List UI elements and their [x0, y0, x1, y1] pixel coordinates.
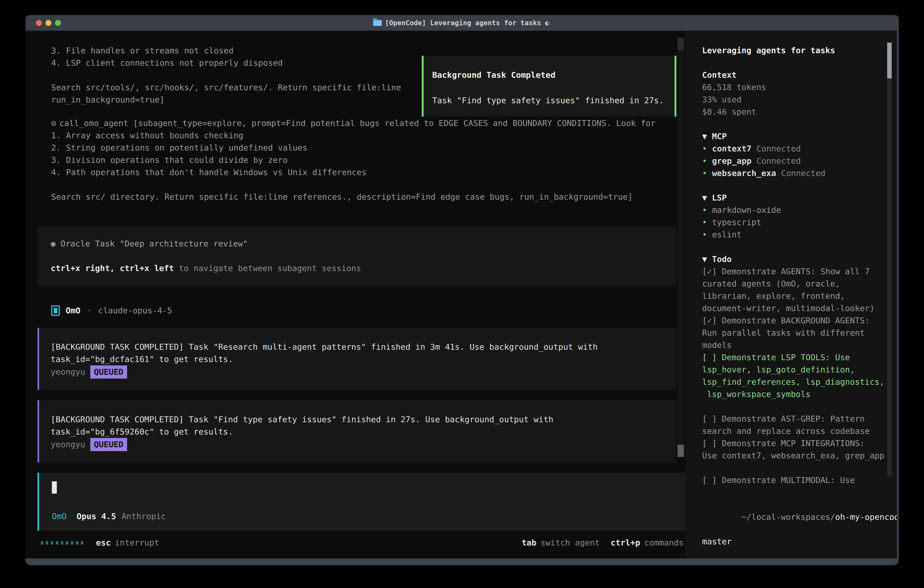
terminal-window: [OpenCode] Leveraging agents for tasks ◐…: [25, 15, 899, 565]
status-bar: esc interrupt tab switch agent ctrl+p co…: [41, 537, 684, 549]
oracle-task-heading: ◉ Oracle Task "Deep architecture review": [51, 238, 676, 250]
traffic-lights: [36, 20, 61, 26]
lsp-section-heading[interactable]: ▼ LSP: [702, 192, 897, 204]
fisheye-icon: ◉: [51, 239, 56, 248]
mcp-item: •context7Connected: [702, 142, 897, 155]
todo-line: [ ] Demonstrate AST-GREP: Pattern: [702, 413, 897, 425]
todo-line: [✓] Demonstrate AGENTS: Show all 7: [702, 265, 897, 277]
task-meta-row: yeongyu QUEUED: [51, 365, 667, 378]
status-dot-icon: •: [702, 142, 707, 155]
status-badge: QUEUED: [90, 438, 127, 451]
context-heading: Context: [702, 69, 897, 81]
sidebar-scrollbar[interactable]: [887, 43, 892, 476]
task-message-line: [BACKGROUND TASK COMPLETED] Task "Resear…: [51, 341, 667, 353]
tool-call-tail: Search src/ directory. Return specific f…: [51, 191, 685, 203]
ctrlp-key-hint: ctrl+p: [611, 537, 640, 549]
todo-line-active: lsp_hover, lsp_goto_definition,: [702, 363, 897, 376]
close-button[interactable]: [36, 20, 42, 26]
task-message-line: task_id="bg_dcfac161" to get results.: [51, 353, 667, 365]
task-user: yeongyu: [51, 366, 85, 378]
context-tokens: 66,518 tokens: [702, 81, 897, 93]
text-cursor: [52, 481, 57, 494]
scrollback-line: 3. File handles or streams not closed: [51, 45, 685, 57]
app-name: Open: [712, 560, 732, 565]
lsp-item: •markdown-oxide: [702, 204, 897, 216]
input-meta-row: OmO Opus 4.5 Anthropic: [52, 510, 676, 522]
input-provider-name: Anthropic: [121, 510, 166, 522]
app-version-row: • OpenCode 1.0.163: [702, 560, 897, 565]
todo-section-heading[interactable]: ▼ Todo: [702, 253, 897, 265]
agent-session-header[interactable]: OmO · claude-opus-4-5: [51, 304, 685, 317]
oracle-nav-hint: ctrl+x right, ctrl+x left to navigate be…: [51, 262, 676, 274]
toast-title: Background Task Completed: [432, 69, 669, 81]
todo-line: search and replace across codebase: [702, 425, 897, 437]
agent-model: claude-opus-4-5: [98, 304, 172, 317]
todo-line: document-writer, multimodal-looker): [702, 302, 897, 314]
window-title-text: [OpenCode] Leveraging agents for tasks ◐: [385, 19, 549, 27]
minimize-button[interactable]: [46, 20, 51, 26]
todo-line: models: [702, 339, 897, 351]
context-spent: $0.46 spent: [702, 106, 897, 118]
todo-line: [ ] Demonstrate MCP INTEGRATIONS:: [702, 437, 897, 449]
todo-line-active: lsp_find_references, lsp_diagnostics,: [702, 376, 897, 388]
todo-line-active: lsp_workspace_symbols: [702, 388, 897, 400]
folder-icon: [373, 20, 382, 26]
window-titlebar[interactable]: [OpenCode] Leveraging agents for tasks ◐: [25, 15, 897, 31]
tool-call-item: 2. String operations on potentially unde…: [51, 142, 685, 154]
todo-line-active: [ ] Demonstrate LSP TOOLS: Use: [702, 351, 897, 363]
tool-call-item: 1. Array access without bounds checking: [51, 129, 685, 142]
separator-dot: ·: [87, 304, 92, 317]
hint-keys: ctrl+x right, ctrl+x left: [51, 264, 174, 273]
esc-key-label: interrupt: [115, 537, 159, 549]
todo-line: Use context7, websearch_exa, grep_app: [702, 449, 897, 462]
todo-line: curated agents (OmO, oracle,: [702, 277, 897, 290]
todo-line: Run parallel tasks with different: [702, 327, 897, 339]
status-dot-icon: •: [702, 560, 707, 565]
task-meta-row: yeongyu QUEUED: [51, 438, 667, 451]
agent-name: OmO: [66, 304, 81, 317]
lsp-item: •typescript: [702, 216, 897, 228]
todo-line: [✓] Demonstrate BACKGROUND AGENTS:: [702, 314, 897, 327]
workspace-path: ~/local-workspaces/oh-my-opencode:: [702, 499, 897, 535]
window-title: [OpenCode] Leveraging agents for tasks ◐: [373, 19, 549, 27]
input-model-name: Opus 4.5: [77, 510, 116, 522]
tab-key-hint: tab: [521, 537, 536, 549]
app-version: 1.0.163: [756, 560, 791, 565]
status-dot-icon: •: [702, 204, 707, 216]
task-completed-block: [BACKGROUND TASK COMPLETED] Task "Resear…: [38, 328, 676, 390]
mcp-item: •websearch_exaConnected: [702, 167, 897, 179]
tool-call-block: ⚙call_omo_agent [subagent_type=explore, …: [51, 117, 685, 203]
status-dot-icon: •: [702, 155, 707, 167]
context-used: 33% used: [702, 93, 897, 106]
main-scrollbar-thumb[interactable]: [678, 445, 684, 457]
prompt-input[interactable]: OmO Opus 4.5 Anthropic: [38, 473, 685, 531]
todo-line: [ ] Demonstrate MULTIMODAL: Use: [702, 474, 897, 486]
main-scrollbar[interactable]: [678, 38, 684, 457]
sidebar-scrollbar-thumb[interactable]: [887, 43, 892, 78]
task-completed-block: [BACKGROUND TASK COMPLETED] Task "Find t…: [38, 400, 676, 462]
input-agent-name: OmO: [52, 510, 67, 522]
tool-call-header: ⚙call_omo_agent [subagent_type=explore, …: [51, 117, 685, 129]
task-message-line: [BACKGROUND TASK COMPLETED] Task "Find t…: [51, 413, 667, 426]
lsp-item: •eslint: [702, 228, 897, 241]
status-dot-icon: •: [702, 216, 707, 228]
tab-key-label: switch agent: [540, 537, 599, 549]
spinner-dots: [41, 541, 83, 545]
toast-message: Task "Find type safety issues" finished …: [432, 94, 669, 107]
background-task-toast[interactable]: Background Task Completed Task "Find typ…: [422, 56, 676, 117]
task-user: yeongyu: [51, 438, 85, 451]
workspace-branch: master: [702, 535, 897, 548]
mcp-item: •grep_appConnected: [702, 155, 897, 167]
oracle-task-box: ◉ Oracle Task "Deep architecture review"…: [38, 226, 676, 286]
status-dot-icon: •: [702, 228, 707, 241]
session-sidebar: Leveraging agents for tasks Context 66,5…: [685, 31, 897, 558]
omo-agent-icon: [51, 306, 60, 316]
esc-key-hint: esc: [96, 537, 111, 549]
main-scrollbar-cap: [678, 38, 684, 50]
zoom-button[interactable]: [55, 20, 61, 26]
mcp-section-heading[interactable]: ▼ MCP: [702, 130, 897, 142]
todo-line: librarian, explore, frontend,: [702, 290, 897, 302]
status-badge: QUEUED: [90, 365, 127, 378]
status-dot-icon: •: [702, 167, 707, 179]
tool-call-item: 4. Path operations that don't handle Win…: [51, 166, 685, 178]
